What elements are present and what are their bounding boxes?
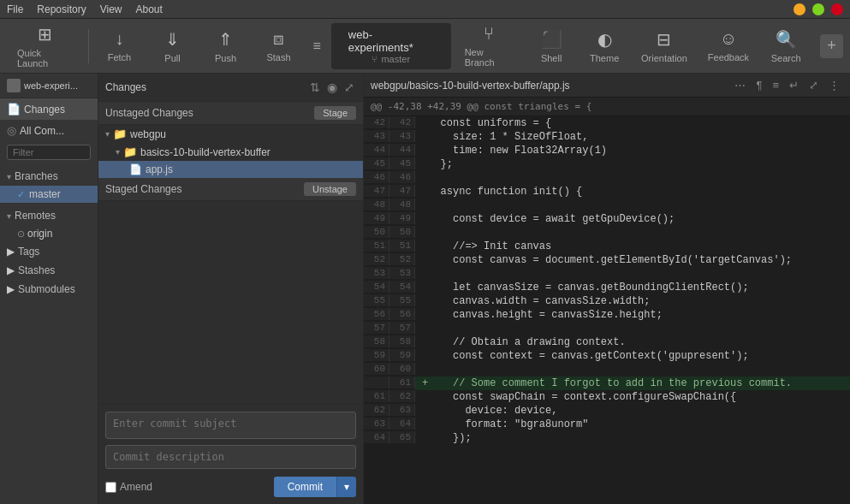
diff-line-nums: 5555: [364, 294, 415, 306]
file-icon-js: 📄: [129, 163, 142, 175]
diff-line-nums: 6364: [364, 418, 415, 430]
shell-icon: ⬛: [541, 29, 562, 50]
orientation-icon: ⊟: [657, 29, 671, 50]
diff-line-num-new: 49: [389, 212, 415, 224]
diff-expand-icon[interactable]: ⤢: [805, 77, 822, 93]
maximize-button[interactable]: □: [812, 3, 824, 15]
quick-launch-button[interactable]: ⊞ Quick Launch: [7, 19, 83, 74]
tags-chevron: ▶: [7, 246, 15, 258]
fetch-button[interactable]: ↓ Fetch: [93, 24, 145, 68]
minimize-button[interactable]: −: [794, 3, 805, 15]
eye-icon[interactable]: ◉: [325, 79, 339, 96]
folder-webgpu[interactable]: ▾ 📁 webgpu: [98, 125, 363, 143]
diff-line-content: format: "bgra8unorm": [415, 418, 850, 431]
diff-line-num-new: 54: [389, 281, 415, 293]
menu-view[interactable]: View: [100, 3, 122, 15]
diff-settings-icon[interactable]: ⋯: [731, 77, 749, 93]
diff-content: 4242 const uniforms = {4343 size: 1 * Si…: [364, 116, 850, 504]
add-tab-button[interactable]: +: [820, 34, 843, 58]
toolbar-menu-button[interactable]: ≡: [306, 35, 327, 57]
repo-header: web-experi...: [0, 74, 98, 98]
repo-tab-branch: master: [381, 54, 410, 64]
diff-line-num-old: 61: [364, 390, 389, 402]
diff-line-num-old: 49: [364, 212, 389, 224]
diff-line-nums: 5757: [364, 322, 415, 334]
diff-line-num-new: 56: [389, 308, 415, 320]
diff-more-icon[interactable]: ⋮: [825, 77, 843, 93]
commit-description-input[interactable]: [105, 445, 356, 469]
theme-button[interactable]: ◐ Theme: [579, 24, 630, 68]
diff-line-content: };: [415, 157, 850, 171]
tags-section[interactable]: ▶ Tags: [0, 242, 98, 261]
shell-button[interactable]: ⬛ Shell: [526, 24, 577, 68]
diff-line-content: [415, 322, 850, 335]
diff-line-num-old: 42: [364, 116, 389, 128]
close-button[interactable]: ✕: [831, 3, 843, 15]
stashes-chevron: ▶: [7, 264, 15, 276]
sidebar-item-allcommits[interactable]: ◎ All Com...: [0, 120, 98, 141]
pull-button[interactable]: ⇓ Pull: [146, 24, 198, 68]
unstage-button[interactable]: Unstage: [304, 182, 356, 196]
commit-dropdown-button[interactable]: ▾: [336, 477, 356, 497]
sidebar-item-master[interactable]: ✓ master: [0, 186, 98, 203]
stashes-label: Stashes: [18, 264, 55, 276]
filter-input[interactable]: [7, 145, 91, 160]
commit-button[interactable]: Commit: [274, 477, 336, 497]
menu-file[interactable]: File: [7, 3, 23, 15]
diff-align-icon[interactable]: ≡: [769, 77, 782, 93]
new-branch-button[interactable]: ⑂ New Branch: [455, 19, 524, 73]
diff-line: 4848: [364, 199, 850, 212]
diff-line-content: // Obtain a drawing context.: [415, 335, 850, 349]
stash-button[interactable]: ⧈ Stash: [253, 24, 304, 68]
diff-line-nums: 5454: [364, 281, 415, 293]
diff-line-nums: 4444: [364, 144, 415, 156]
stashes-section[interactable]: ▶ Stashes: [0, 261, 98, 280]
orientation-button[interactable]: ⊟ Orientation: [632, 24, 697, 68]
push-button[interactable]: ⇑ Push: [199, 24, 251, 68]
diff-line-nums: 4949: [364, 212, 415, 224]
submodules-section[interactable]: ▶ Submodules: [0, 280, 98, 299]
menu-about[interactable]: About: [136, 3, 163, 15]
folder-basics[interactable]: ▾ 📁 basics-10-build-vertex-buffer: [98, 143, 363, 161]
new-branch-icon: ⑂: [484, 24, 494, 44]
diff-line: 5757: [364, 322, 850, 335]
diff-line-nums: 4646: [364, 171, 415, 183]
changes-label: Changes: [24, 104, 65, 116]
pull-icon: ⇓: [165, 29, 180, 50]
sort-icon[interactable]: ⇅: [308, 79, 322, 96]
main-area: web-experi... 📄 Changes ◎ All Com... ▾ B…: [0, 74, 850, 504]
amend-checkbox[interactable]: [105, 482, 116, 493]
branches-header[interactable]: ▾ Branches: [0, 167, 98, 186]
diff-line-num-new: 43: [389, 130, 415, 142]
search-button[interactable]: 🔍 Search: [760, 24, 811, 68]
diff-paragraph-icon[interactable]: ¶: [752, 77, 765, 93]
diff-line-num-new: 44: [389, 144, 415, 156]
allcommits-label: All Com...: [20, 125, 64, 137]
commit-subject-input[interactable]: [105, 412, 356, 439]
diff-line-content: size: 1 * SizeOfFloat,: [415, 130, 850, 144]
diff-line-num-old: 47: [364, 185, 389, 197]
sidebar-item-origin[interactable]: ⊙ origin: [0, 225, 98, 242]
diff-line-num-new: 45: [389, 157, 415, 169]
expand-icon[interactable]: ⤢: [342, 79, 356, 96]
shell-label: Shell: [541, 53, 562, 63]
stage-button[interactable]: Stage: [314, 106, 356, 120]
chevron-down-icon-2: ▾: [116, 147, 120, 157]
remotes-header[interactable]: ▾ Remotes: [0, 206, 98, 225]
feedback-button[interactable]: ☺ Feedback: [698, 24, 758, 68]
diff-wrap-icon[interactable]: ↵: [786, 77, 802, 93]
commit-area: Amend Commit ▾: [98, 404, 363, 504]
diff-line-nums: 4747: [364, 185, 415, 197]
file-item-appjs[interactable]: 📄 app.js: [98, 161, 363, 178]
repo-tab-name[interactable]: web-experiments*: [348, 28, 434, 54]
diff-line: 5555 canvas.width = canvasSize.width;: [364, 294, 850, 308]
branch-fork-icon: ⑂: [372, 54, 377, 64]
fetch-icon: ↓: [115, 29, 123, 49]
sidebar-item-changes[interactable]: 📄 Changes: [0, 98, 98, 120]
menu-repository[interactable]: Repository: [37, 3, 86, 15]
diff-line: 5353: [364, 267, 850, 281]
diff-line-num-new: 47: [389, 185, 415, 197]
diff-line-num-new: 62: [389, 390, 415, 402]
unstaged-section: Unstaged Changes Stage ▾ 📁 webgpu ▾ 📁 ba…: [98, 102, 363, 178]
diff-line-nums: 6162: [364, 390, 415, 402]
